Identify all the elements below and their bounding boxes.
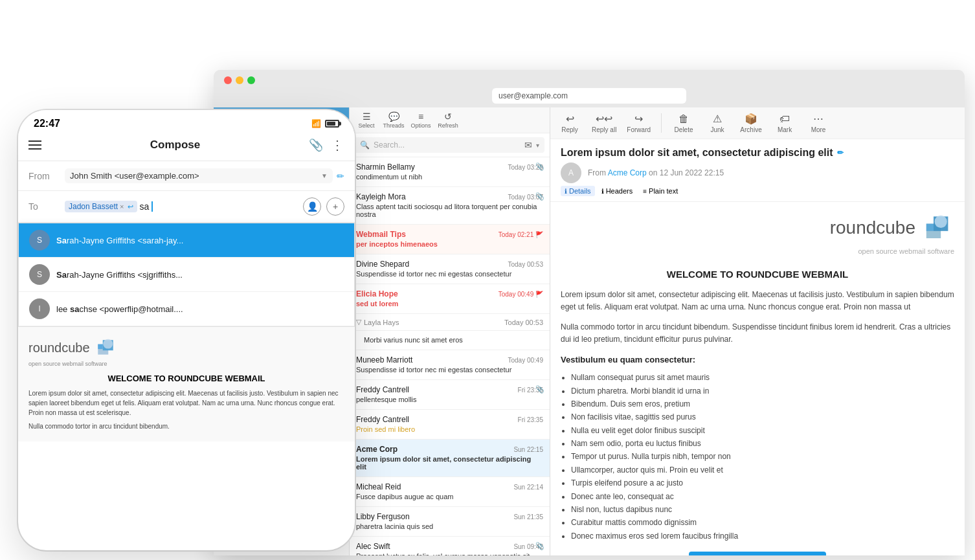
- threads-icon: 💬: [388, 111, 399, 122]
- email-item-12[interactable]: Libby Ferguson Sun 21:35 pharetra lacini…: [350, 507, 550, 537]
- junk-button[interactable]: ⚠ Junk: [706, 113, 729, 133]
- to-action-buttons: 👤 +: [303, 197, 344, 216]
- email-item-7[interactable]: Muneeb Marriott Today 00:49 Suspendisse …: [350, 350, 550, 380]
- email-sender-13: Alec Swift: [356, 542, 390, 551]
- email-subject-6: Morbi varius nunc sit amet eros: [364, 336, 543, 344]
- phone-rc-tagline: open source webmail software: [28, 361, 344, 367]
- from-select[interactable]: John Smith <user@example.com> ▼: [65, 168, 333, 183]
- phone-email-preview: roundcube open source webmail software W…: [18, 327, 355, 442]
- phone-welcome-title: WELCOME TO ROUNDCUBE WEBMAIL: [28, 374, 344, 383]
- url-bar[interactable]: user@example.com: [492, 88, 686, 104]
- phone-rc-logo-text: roundcube: [28, 341, 90, 355]
- tag-undo-icon[interactable]: ↩: [128, 203, 133, 211]
- email-item-3[interactable]: Webmail Tips Today 02:21 🚩 per inceptos …: [350, 225, 550, 254]
- email-item-4[interactable]: Divine Shepard Today 00:53 Suspendisse i…: [350, 254, 550, 284]
- add-contact-button[interactable]: 👤: [303, 197, 321, 216]
- email-item-10[interactable]: Acme Corp Sun 22:15 Lorem ipsum dolor si…: [350, 440, 550, 477]
- svg-point-7: [935, 216, 947, 228]
- junk-icon: ⚠: [713, 113, 722, 125]
- ac-name-3: lee sachse <powerflip@hotmail....: [56, 304, 183, 314]
- forward-button[interactable]: ↪ Forward: [627, 113, 651, 133]
- email-item-11[interactable]: Micheal Reid Sun 22:14 Fusce dapibus aug…: [350, 477, 550, 507]
- email-item-13[interactable]: Alec Swift Sun 09:42 Praesent luctus ex …: [350, 537, 550, 555]
- tab-details[interactable]: ℹ Details: [561, 186, 595, 196]
- email-sender-2: Kayleigh Mora: [356, 192, 406, 201]
- attachment-icon-1: 📎: [535, 162, 544, 171]
- close-window-button[interactable]: [224, 76, 232, 84]
- minimize-window-button[interactable]: [236, 76, 243, 84]
- url-text: user@example.com: [499, 91, 568, 100]
- email-item-6[interactable]: Morbi varius nunc sit amet eros: [350, 331, 550, 350]
- email-subject-12: pharetra lacinia quis sed: [356, 522, 543, 530]
- hamburger-menu-button[interactable]: [28, 140, 41, 150]
- refresh-label: Refresh: [438, 122, 458, 129]
- rc-tagline: open source webmail software: [561, 246, 954, 258]
- cursor: [151, 201, 153, 212]
- tag-name: Jadon Bassett: [69, 202, 118, 211]
- ac-text-1: Sarah-Jayne Griffiths <sarah-jay...: [56, 236, 183, 245]
- search-box[interactable]: 🔍 Search... ✉ ▾: [355, 137, 544, 153]
- email-item-2[interactable]: Kayleigh Mora Today 03:07 Class aptent t…: [350, 187, 550, 225]
- email-subject-10: Lorem ipsum dolor sit amet, consectetur …: [356, 455, 543, 471]
- email-item-8[interactable]: Freddy Cantrell Fri 23:35 pellentesque m…: [350, 380, 550, 410]
- ac-text-2: Sarah-Jayne Griffiths <sjgriffiths...: [56, 270, 183, 280]
- compose-form: From John Smith <user@example.com> ▼ ✏ T…: [18, 161, 355, 327]
- from-value: John Smith <user@example.com>: [70, 171, 319, 181]
- email-item-1[interactable]: Sharmin Bellamy Today 03:29 condimentum …: [350, 157, 550, 187]
- email-read-body: roundcube open source webmail software W…: [550, 202, 965, 555]
- body-nulla: Nulla commodo tortor in arcu tincidunt b…: [561, 321, 954, 346]
- email-subject-5: sed ut lorem: [356, 300, 543, 308]
- attachment-icon-2: 📎: [535, 192, 544, 201]
- archive-label: Archive: [740, 126, 761, 133]
- attachment-icon-13: 📎: [535, 542, 544, 550]
- options-button[interactable]: ≡ Options: [409, 111, 432, 129]
- attachment-icon-8: 📎: [535, 385, 544, 394]
- reply-all-button[interactable]: ↩↩ Reply all: [592, 113, 616, 133]
- list-item-7: Tempor ut purus. Nulla turpis nibh, temp…: [571, 450, 954, 463]
- from-edit-icon[interactable]: ✏: [337, 171, 344, 181]
- ac-name-bold-1: Sa: [56, 236, 67, 245]
- subject-edit-icon[interactable]: ✏: [837, 148, 844, 157]
- threads-button[interactable]: 💬 Threads: [382, 111, 405, 129]
- autocomplete-item-3[interactable]: l lee sachse <powerflip@hotmail....: [19, 292, 354, 326]
- body-intro: Lorem ipsum dolor sit amet, consectetur …: [561, 289, 954, 313]
- delete-button[interactable]: 🗑 Delete: [672, 113, 695, 133]
- reply-all-label: Reply all: [592, 126, 616, 133]
- toolbar-separator-1: [661, 113, 662, 133]
- mark-button[interactable]: 🏷 Mark: [773, 113, 796, 133]
- maximize-window-button[interactable]: [247, 76, 255, 84]
- tab-headers[interactable]: ℹ Headers: [598, 186, 637, 196]
- from-label: From: [588, 168, 608, 177]
- add-field-button[interactable]: +: [326, 197, 344, 216]
- search-placeholder: Search...: [374, 140, 405, 150]
- from-date: on 12 Jun 2022 22:15: [649, 168, 724, 177]
- more-button[interactable]: ⋯ More: [807, 113, 830, 133]
- watch-video-button[interactable]: ▶ Watch our introductory video: [689, 552, 826, 555]
- attachment-button[interactable]: 📎: [309, 138, 323, 152]
- more-options-button[interactable]: ⋮: [331, 137, 344, 153]
- email-item-5[interactable]: Elicia Hope Today 00:49 🚩 sed ut lorem: [350, 284, 550, 314]
- tag-remove-icon[interactable]: ×: [120, 203, 124, 210]
- refresh-icon: ↺: [444, 111, 452, 122]
- refresh-button[interactable]: ↺ Refresh: [436, 111, 460, 129]
- email-item-9[interactable]: Freddy Cantrell Fri 23:35 Proin sed mi l…: [350, 410, 550, 440]
- email-sender-3: Webmail Tips: [356, 230, 406, 239]
- rc-cube-icon: [923, 212, 954, 243]
- reply-button[interactable]: ↩ Reply: [558, 113, 581, 133]
- group-chevron-icon: ▽: [356, 318, 361, 326]
- archive-button[interactable]: 📦 Archive: [739, 113, 763, 133]
- to-field: Jadon Bassett × ↩ sa: [65, 201, 298, 212]
- email-sender-9: Freddy Cantrell: [356, 415, 409, 424]
- options-icon: ≡: [418, 111, 423, 122]
- email-read-panel: ↩ Reply ↩↩ Reply all ↪ Forward 🗑 Delete: [550, 107, 965, 555]
- autocomplete-item-1[interactable]: S Sarah-Jayne Griffiths <sarah-jay...: [19, 223, 354, 258]
- feature-list: Nullam consequat purus sit amet mauris D…: [571, 371, 954, 543]
- select-button[interactable]: ☰ Select: [355, 111, 378, 129]
- autocomplete-item-2[interactable]: S Sarah-Jayne Griffiths <sjgriffiths...: [19, 258, 354, 292]
- email-group-6[interactable]: ▽ Layla Hays Today 00:53: [350, 314, 550, 331]
- from-name[interactable]: Acme Corp: [608, 168, 647, 177]
- tab-plain-text[interactable]: ≡ Plain text: [639, 186, 682, 196]
- email-meta: A From Acme Corp on 12 Jun 2022 22:15: [561, 162, 954, 183]
- email-subject-1: condimentum ut nibh: [356, 173, 543, 181]
- email-sender-11: Micheal Reid: [356, 482, 401, 491]
